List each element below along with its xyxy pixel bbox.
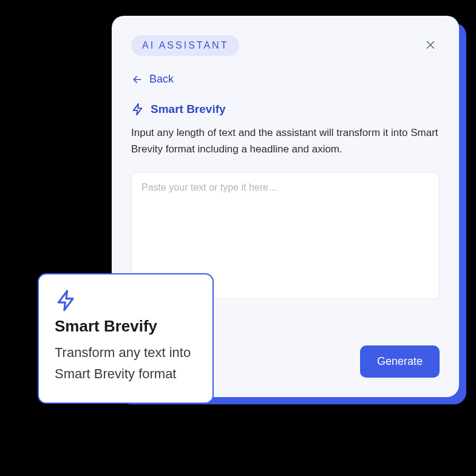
card-icon-wrapper [55,289,197,314]
back-button[interactable]: Back [131,73,174,86]
generate-button[interactable]: Generate [360,345,440,378]
lightning-icon [131,103,144,116]
panel-header: AI ASSISTANT [131,35,440,56]
close-icon [424,38,437,52]
section-title: Smart Brevify [131,103,440,116]
feature-card[interactable]: Smart Brevify Transform any text into Sm… [38,273,214,404]
arrow-left-icon [131,73,143,86]
section-description: Input any length of text and the assista… [131,124,440,157]
back-label: Back [149,73,174,86]
close-button[interactable] [421,36,440,56]
card-description: Transform any text into Smart Brevity fo… [55,342,197,384]
lightning-icon [55,289,78,312]
card-title: Smart Brevify [55,317,197,336]
section-title-text: Smart Brevify [151,103,226,116]
assistant-badge: AI ASSISTANT [131,35,239,56]
